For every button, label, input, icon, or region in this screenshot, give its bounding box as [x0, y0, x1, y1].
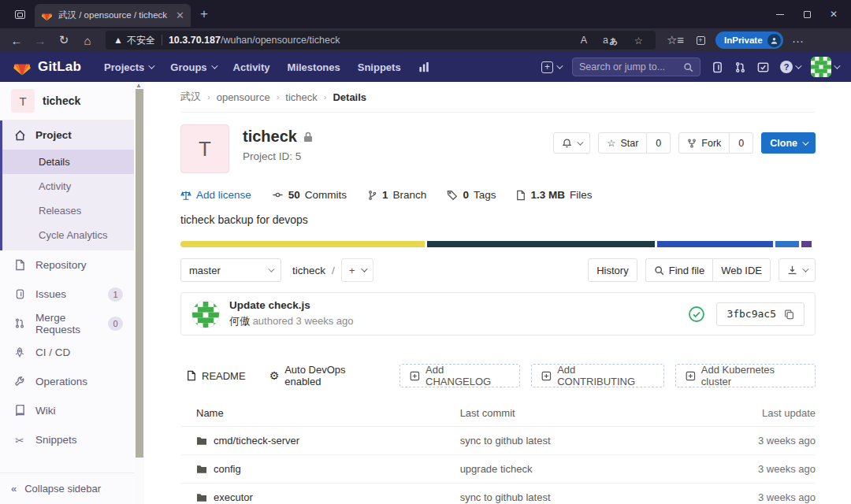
merge-requests-icon[interactable]: [734, 61, 746, 73]
fork-group: Fork 0: [678, 132, 753, 154]
window-maximize-button[interactable]: [794, 3, 819, 25]
tree-controls: master ticheck / + History Find file: [180, 258, 816, 282]
notifications-dropdown[interactable]: [553, 132, 590, 154]
copy-icon[interactable]: [784, 309, 794, 320]
new-menu-button[interactable]: +: [541, 61, 561, 73]
translate-icon[interactable]: aぁ: [598, 34, 623, 47]
sidebar-item-project[interactable]: Project: [0, 120, 134, 150]
star-count[interactable]: 0: [647, 132, 671, 154]
table-row[interactable]: executor sync to github latest 3 weeks a…: [180, 484, 816, 504]
commits-stat[interactable]: 50Commits: [272, 189, 347, 201]
readme-button[interactable]: README: [180, 364, 252, 387]
sidebar-scrollbar[interactable]: ▲: [134, 82, 144, 504]
issues-icon[interactable]: [712, 61, 723, 73]
collapse-sidebar-button[interactable]: « Collapse sidebar: [0, 472, 134, 504]
forward-icon[interactable]: →: [30, 31, 50, 50]
security-warning[interactable]: ▲ 不安全: [113, 34, 155, 47]
fork-button[interactable]: Fork: [678, 132, 730, 154]
web-ide-button[interactable]: Web IDE: [712, 258, 771, 282]
address-bar[interactable]: ▲ 不安全 10.3.70.187/wuhan/opensource/tiche…: [106, 31, 656, 50]
sidebar-item-snippets[interactable]: ✂ Snippets: [0, 425, 134, 454]
commit-author-link[interactable]: 何傲: [229, 315, 250, 327]
nav-milestones[interactable]: Milestones: [281, 61, 347, 73]
tags-stat[interactable]: 0Tags: [447, 189, 496, 201]
sidebar-item-wiki[interactable]: Wiki: [0, 396, 134, 425]
inprivate-badge[interactable]: InPrivate: [715, 32, 783, 49]
read-aloud-icon[interactable]: A: [576, 35, 592, 46]
sidebar-item-releases[interactable]: Releases: [0, 198, 134, 223]
table-row[interactable]: config upgrade ticheck 3 weeks ago: [180, 455, 816, 484]
commit-message-link[interactable]: sync to github latest: [460, 491, 721, 503]
sidebar-item-operations[interactable]: Operations: [0, 367, 134, 396]
sidebar-item-ci-cd[interactable]: CI / CD: [0, 338, 134, 367]
new-tab-button[interactable]: +: [200, 6, 208, 22]
repo-root-link[interactable]: ticheck: [292, 265, 325, 276]
file-name-link[interactable]: cmd/ticheck-server: [214, 435, 299, 447]
sidebar-item-merge-requests[interactable]: Merge Requests 0: [0, 309, 134, 338]
add-contributing-button[interactable]: Add CONTRIBUTING: [531, 364, 664, 387]
branches-stat[interactable]: 1Branch: [367, 189, 426, 201]
window-minimize-button[interactable]: [767, 3, 793, 25]
sidebar-item-activity[interactable]: Activity: [0, 174, 134, 198]
scroll-up-icon[interactable]: ▲: [136, 82, 142, 89]
sidebar-item-repository[interactable]: Repository: [0, 250, 134, 280]
add-file-dropdown[interactable]: +: [341, 258, 373, 282]
language-bar[interactable]: [180, 241, 816, 247]
gitlab-brand[interactable]: GitLab: [13, 58, 81, 76]
settings-menu-icon[interactable]: ···: [788, 31, 808, 50]
nav-groups[interactable]: Groups: [163, 61, 222, 73]
help-menu[interactable]: ?: [780, 61, 800, 73]
nav-activity[interactable]: Activity: [226, 61, 277, 73]
add-changelog-button[interactable]: Add CHANGELOG: [399, 364, 520, 387]
scrollbar-thumb[interactable]: [136, 89, 143, 458]
table-row[interactable]: cmd/ticheck-server sync to github latest…: [180, 427, 816, 455]
nav-projects[interactable]: Projects: [97, 61, 160, 73]
files-stat[interactable]: 1.3 MBFiles: [516, 189, 592, 201]
sidebar-item-details[interactable]: Details: [0, 150, 134, 174]
nav-snippets[interactable]: Snippets: [351, 61, 408, 73]
pipeline-passed-icon[interactable]: [688, 306, 705, 323]
commit-sha[interactable]: 3fbc9ac5: [727, 308, 776, 320]
collections-icon[interactable]: +: [690, 31, 711, 50]
file-name-link[interactable]: config: [214, 463, 241, 475]
breadcrumb-group[interactable]: 武汉: [180, 90, 201, 104]
tab-actions-icon[interactable]: [9, 4, 30, 24]
star-button[interactable]: ☆Star: [598, 132, 647, 154]
history-button[interactable]: History: [588, 258, 637, 282]
window-close-button[interactable]: ✕: [821, 3, 846, 25]
search-input[interactable]: [579, 61, 678, 72]
file-name-link[interactable]: executor: [214, 491, 253, 503]
last-update: 3 weeks ago: [721, 435, 816, 447]
fork-count[interactable]: 0: [730, 132, 753, 154]
find-file-button[interactable]: Find file: [645, 258, 713, 282]
charts-icon[interactable]: [411, 61, 437, 72]
user-menu[interactable]: [811, 57, 838, 77]
tab-close-icon[interactable]: ✕: [176, 9, 184, 21]
breadcrumb-project[interactable]: ticheck: [285, 91, 317, 103]
breadcrumb-separator: ›: [207, 92, 210, 102]
back-icon[interactable]: ←: [6, 31, 27, 50]
add-favorite-icon[interactable]: ☆: [630, 35, 648, 46]
sidebar-item-cycle-analytics[interactable]: Cycle Analytics: [0, 223, 134, 247]
add-kubernetes-button[interactable]: Add Kubernetes cluster: [675, 364, 816, 387]
commit-author-avatar[interactable]: [191, 300, 220, 328]
commit-title-link[interactable]: Update check.js: [229, 299, 354, 311]
gitlab-navbar: GitLab Projects Groups Activity Mileston…: [0, 52, 851, 82]
breadcrumb-subgroup[interactable]: opensource: [217, 91, 270, 103]
add-license-link[interactable]: Add license: [180, 189, 251, 201]
home-icon[interactable]: ⌂: [77, 31, 98, 50]
todos-icon[interactable]: [757, 61, 769, 73]
global-search[interactable]: [572, 57, 700, 76]
branch-selector[interactable]: master: [180, 258, 281, 282]
scissors-icon: ✂: [13, 434, 26, 447]
commit-message-link[interactable]: sync to github latest: [460, 435, 721, 447]
clone-button[interactable]: Clone: [761, 132, 816, 154]
favorites-icon[interactable]: ☆≡: [665, 31, 686, 50]
auto-devops-button[interactable]: ⚙ Auto DevOps enabled: [263, 364, 389, 387]
sidebar-item-issues[interactable]: Issues 1: [0, 280, 134, 309]
commit-message-link[interactable]: upgrade ticheck: [460, 463, 721, 475]
refresh-icon[interactable]: ↻: [54, 31, 74, 50]
browser-tab[interactable]: 武汉 / opensource / ticheck - Gi ✕: [35, 4, 191, 27]
download-dropdown[interactable]: [779, 258, 816, 282]
sidebar-project-header[interactable]: T ticheck: [0, 82, 134, 120]
